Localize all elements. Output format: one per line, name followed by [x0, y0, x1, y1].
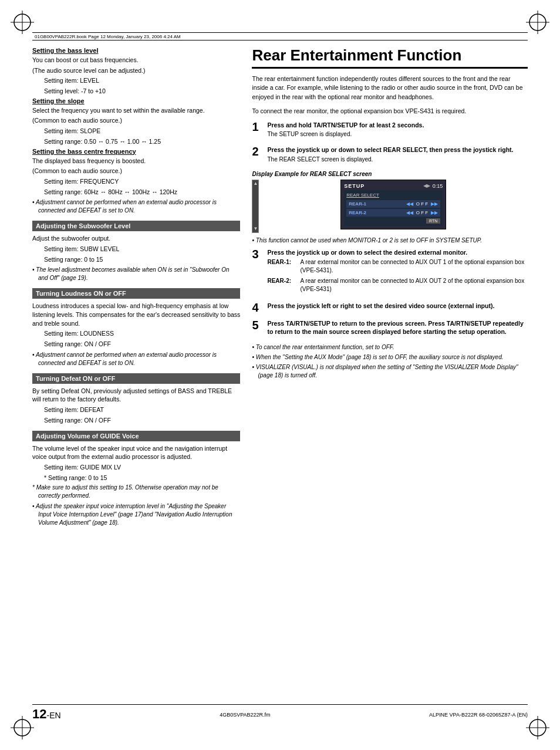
- screen-time: 0:15: [433, 183, 443, 189]
- screen-label: Display Example for REAR SELECT screen: [252, 171, 528, 177]
- guide-voice-header: Adjusting Volume of GUIDE Voice: [32, 431, 240, 441]
- intro-p1: The rear entertainment function independ…: [252, 75, 528, 102]
- subwoofer-p1: Adjust the subwoofer output.: [32, 234, 240, 243]
- footer-right-block: ALPINE VPA-B222R 68-02065Z87-A (EN): [429, 711, 528, 718]
- step-4-number: 4: [252, 302, 262, 313]
- step-3-content: Press the joystick up or down to select …: [267, 248, 528, 296]
- slope-item2: Setting range: 0.50 ↔ 0.75 ↔ 1.00 ↔ 1.25: [32, 137, 240, 146]
- defeat-header: Turning Defeat ON or OFF: [32, 373, 240, 384]
- guide-voice-item1: Setting item: GUIDE MIX LV: [32, 463, 240, 472]
- header-text: 01GB00VPAB222R.book Page 12 Monday, Janu…: [32, 33, 183, 40]
- screen-indicators: ◀▶ 0:15: [423, 183, 443, 189]
- screen-row-1-value: O F F: [414, 201, 430, 207]
- screen-right-arrow-1: ▶▶: [431, 201, 438, 207]
- main-title: Rear Entertainment Function: [252, 47, 528, 69]
- screen-rtn-btn: RTN: [426, 218, 440, 224]
- page-number-block: 12-EN: [32, 707, 61, 722]
- step-2: 2 Press the joystick up or down to selec…: [252, 146, 528, 165]
- screen-box: SETUP ◀▶ 0:15 REAR SELECT REAR-1: [340, 180, 446, 229]
- footer-note-2: When the "Setting the AUX Mode" (page 18…: [252, 353, 528, 362]
- guide-voice-item2: * Setting range: 0 to 15: [32, 474, 240, 482]
- guide-voice-bullet: Adjust the speaker input voice interrupt…: [32, 502, 240, 527]
- step-1: 1 Press and hold TA/RTN/SETUP for at lea…: [252, 121, 528, 140]
- bass-level-item2: Setting level: -7 to +10: [32, 87, 240, 96]
- loudness-item2: Setting range: ON / OFF: [32, 340, 240, 349]
- slope-section: Setting the slope Select the frequency y…: [32, 97, 240, 146]
- step-5-number: 5: [252, 319, 262, 331]
- screen-scroll-bar-left: ▲ ▼: [252, 180, 259, 233]
- bass-level-section: Setting the bass level You can boost or …: [32, 47, 240, 96]
- screen-section-title: REAR SELECT: [346, 192, 440, 198]
- page-number: 12: [32, 707, 46, 721]
- header-bar: 01GB00VPAB222R.book Page 12 Monday, Janu…: [32, 32, 528, 40]
- step-1-number: 1: [252, 121, 262, 133]
- step-1-bold: Press and hold TA/RTN/SETUP for at least…: [267, 121, 424, 129]
- defeat-item1: Setting item: DEFEAT: [32, 406, 240, 414]
- subwoofer-item2: Setting range: 0 to 15: [32, 255, 240, 264]
- screen-row-1-controls: ◀◀ O F F ▶▶: [406, 201, 438, 207]
- bass-freq-p2: (Common to each audio source.): [32, 167, 240, 175]
- bass-freq-item1: Setting item: FREQUENCY: [32, 177, 240, 186]
- screen-row-2-value: O F F: [414, 210, 430, 215]
- bass-level-p1: You can boost or cut bass frequencies.: [32, 56, 240, 65]
- corner-tr: [526, 11, 549, 34]
- screen-setup-label: SETUP: [344, 183, 365, 189]
- left-column: Setting the bass level You can boost or …: [32, 47, 240, 703]
- corner-tl: [11, 11, 34, 34]
- footer-left-text: 4GB0SVPAB222R.fm: [220, 711, 270, 718]
- footer-note-3: VISUALIZER (VISUAL.) is not displayed wh…: [252, 363, 528, 380]
- footer-bar: 12-EN 4GB0SVPAB222R.fm ALPINE VPA-B222R …: [32, 704, 528, 722]
- rear-2-label: REAR-2:: [267, 277, 296, 293]
- scroll-up-icon: ▲: [254, 181, 258, 186]
- rear-1-item: REAR-1: A rear external monitor can be c…: [267, 258, 528, 275]
- screen-left-arrow-2: ◀◀: [406, 210, 413, 215]
- subwoofer-section: Adjust the subwoofer output. Setting ite…: [32, 234, 240, 282]
- guide-voice-p1: The volume level of the speaker input vo…: [32, 444, 240, 461]
- step-4-bold: Press the joystick left or right to set …: [267, 302, 528, 310]
- bass-level-p2: (The audio source level can be adjusted.…: [32, 66, 240, 75]
- step-4-content: Press the joystick left or right to set …: [267, 302, 528, 312]
- step-3-number: 3: [252, 248, 262, 260]
- screen-note: This function cannot be used when MONITO…: [252, 237, 528, 245]
- step-5-bold: Press TA/RTN/SETUP to return to the prev…: [267, 319, 528, 336]
- defeat-section: By setting Defeat ON, previously adjuste…: [32, 387, 240, 425]
- step-5: 5 Press TA/RTN/SETUP to return to the pr…: [252, 319, 528, 337]
- subwoofer-item1: Setting item: SUBW LEVEL: [32, 245, 240, 254]
- step-5-content: Press TA/RTN/SETUP to return to the prev…: [267, 319, 528, 337]
- bass-level-title: Setting the bass level: [32, 47, 240, 54]
- loudness-header: Turning Loudness ON or OFF: [32, 288, 240, 299]
- step-3-bold: Press the joystick up or down to select …: [267, 248, 528, 257]
- step-3: 3 Press the joystick up or down to selec…: [252, 248, 528, 296]
- screen-top-bar: SETUP ◀▶ 0:15: [344, 183, 443, 189]
- intro-p2: To connect the rear monitor, the optiona…: [252, 107, 528, 116]
- bass-freq-section: Setting the bass centre frequency The di…: [32, 148, 240, 215]
- screen-example: Display Example for REAR SELECT screen ▲…: [252, 171, 528, 245]
- scroll-down-icon: ▼: [254, 227, 258, 231]
- slope-p1: Select the frequency you want to set wit…: [32, 106, 240, 115]
- step-2-note: The REAR SELECT screen is displayed.: [267, 156, 528, 164]
- screen-indicator-icon: ◀▶: [423, 183, 430, 188]
- slope-item1: Setting item: SLOPE: [32, 127, 240, 136]
- defeat-item2: Setting range: ON / OFF: [32, 416, 240, 425]
- screen-row-1-label: REAR-1: [349, 201, 366, 207]
- screen-row-2-label: REAR-2: [349, 210, 366, 215]
- content-area: Setting the bass level You can boost or …: [32, 47, 528, 703]
- subwoofer-bullet: The level adjustment becomes available w…: [32, 266, 240, 282]
- slope-title: Setting the slope: [32, 97, 240, 104]
- bass-freq-item2: Setting range: 60Hz ↔ 80Hz ↔ 100Hz ↔ 120…: [32, 188, 240, 197]
- loudness-section: Loudness introduces a special low- and h…: [32, 302, 240, 367]
- bass-freq-p1: The displayed bass frequency is boosted.: [32, 157, 240, 165]
- screen-content: REAR SELECT REAR-1 ◀◀ O F F ▶▶: [344, 190, 443, 226]
- bass-freq-bullet: Adjustment cannot be performed when an e…: [32, 198, 240, 215]
- screen-row-2: REAR-2 ◀◀ O F F ▶▶: [346, 209, 440, 217]
- rear-1-label: REAR-1:: [267, 258, 296, 275]
- subwoofer-header: Adjusting the Subwoofer Level: [32, 221, 240, 231]
- step-1-content: Press and hold TA/RTN/SETUP for at least…: [267, 121, 528, 140]
- right-column: Rear Entertainment Function The rear ent…: [252, 47, 528, 703]
- corner-bl: [11, 716, 34, 739]
- page-wrapper: 01GB00VPAB222R.book Page 12 Monday, Janu…: [0, 0, 560, 750]
- rear-2-text: A rear external monitor can be connected…: [300, 277, 528, 293]
- footer-center-text: 4GB0SVPAB222R.fm: [220, 712, 270, 718]
- screen-row-2-controls: ◀◀ O F F ▶▶: [406, 210, 438, 215]
- footer-note-1: To cancel the rear entertainment functio…: [252, 343, 528, 352]
